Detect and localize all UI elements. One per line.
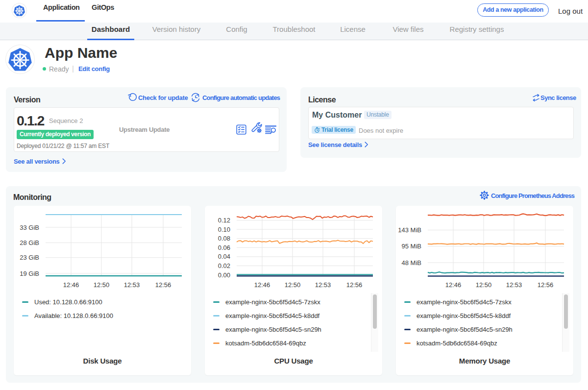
svg-text:33 GiB: 33 GiB: [20, 224, 39, 231]
svg-text:12:46: 12:46: [63, 281, 79, 289]
svg-text:12:53: 12:53: [315, 281, 331, 289]
svg-text:48 MiB: 48 MiB: [402, 259, 421, 267]
svg-text:95 MiB: 95 MiB: [402, 243, 421, 250]
svg-text:0.02: 0.02: [218, 262, 230, 269]
svg-text:12:46: 12:46: [445, 281, 462, 289]
svg-text:12:56: 12:56: [155, 281, 172, 289]
svg-text:12:46: 12:46: [254, 281, 270, 289]
svg-text:12:50: 12:50: [94, 281, 110, 289]
svg-text:28 GiB: 28 GiB: [20, 239, 39, 246]
svg-text:0.12: 0.12: [218, 217, 230, 224]
svg-text:19 GiB: 19 GiB: [20, 270, 39, 277]
svg-text:12:50: 12:50: [285, 281, 301, 289]
svg-text:0.04: 0.04: [218, 253, 230, 260]
svg-text:143 MiB: 143 MiB: [398, 226, 421, 234]
svg-text:12:53: 12:53: [506, 281, 522, 289]
svg-text:12:50: 12:50: [476, 281, 492, 289]
svg-text:12:56: 12:56: [538, 281, 554, 289]
svg-text:12:56: 12:56: [346, 281, 363, 289]
svg-text:23 GiB: 23 GiB: [20, 254, 39, 261]
svg-text:0.10: 0.10: [218, 226, 230, 233]
svg-text:0.00: 0.00: [218, 271, 230, 279]
svg-text:12:53: 12:53: [124, 281, 140, 289]
svg-text:0.08: 0.08: [218, 235, 230, 242]
svg-text:0.06: 0.06: [218, 244, 230, 251]
